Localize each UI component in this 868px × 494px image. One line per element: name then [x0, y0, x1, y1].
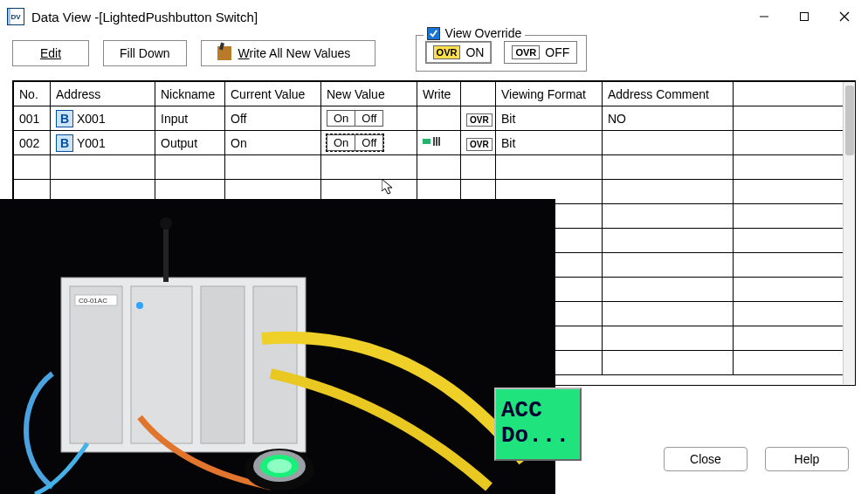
maximize-button[interactable] — [784, 3, 824, 31]
cell-no: 001 — [14, 106, 51, 131]
svg-text:C0-01AC: C0-01AC — [79, 297, 107, 305]
table-row[interactable]: 001BX001InputOffOnOffOVRBitNO — [14, 106, 855, 131]
svg-rect-1 — [801, 13, 809, 21]
svg-point-16 — [136, 302, 143, 309]
cell-no: 002 — [14, 131, 51, 155]
fill-down-button[interactable]: Fill Down — [103, 40, 187, 66]
col-address[interactable]: Address — [51, 82, 155, 106]
svg-rect-8 — [201, 286, 245, 443]
ovr-tag-off: OVR — [512, 45, 540, 59]
svg-point-11 — [160, 217, 172, 230]
view-override-label: View Override — [445, 26, 522, 40]
cell-viewing-format[interactable]: Bit — [496, 106, 603, 131]
cell-new-value[interactable]: OnOff — [321, 131, 417, 155]
cell-comment[interactable]: NO — [603, 106, 734, 131]
new-value-on[interactable]: On — [327, 110, 355, 127]
cell-viewing-format[interactable]: Bit — [496, 131, 603, 155]
cell-address[interactable]: BY001 — [51, 131, 155, 155]
table-header-row: No. Address Nickname Current Value New V… — [14, 82, 855, 106]
cell-write[interactable] — [417, 131, 461, 155]
new-value-on[interactable]: On — [327, 134, 355, 151]
bit-icon: B — [56, 110, 73, 127]
cell-write[interactable] — [417, 106, 461, 131]
col-viewing-format[interactable]: Viewing Format — [496, 82, 603, 106]
cell-ovr[interactable]: OVR — [461, 131, 496, 155]
svg-rect-9 — [253, 286, 297, 443]
cell-nickname[interactable]: Output — [155, 131, 225, 155]
override-off-button[interactable]: OVR OFF — [504, 41, 577, 64]
col-current-value[interactable]: Current Value — [225, 82, 321, 106]
accdo-badge: ACC Do... — [494, 388, 582, 461]
scrollbar-thumb[interactable] — [845, 86, 854, 155]
toolbar: Edit Fill Down Write All New Values View… — [0, 33, 868, 77]
col-no[interactable]: No. — [14, 82, 51, 106]
app-icon: DV — [7, 8, 24, 25]
svg-point-15 — [267, 459, 292, 473]
col-write[interactable]: Write — [417, 82, 461, 106]
write-all-label: rite All New Values — [250, 46, 351, 60]
cell-ovr[interactable]: OVR — [461, 106, 496, 131]
close-button[interactable]: Close — [664, 447, 747, 471]
bit-icon: B — [56, 134, 73, 152]
edit-button[interactable]: Edit — [12, 40, 89, 66]
cell-current-value: On — [225, 131, 321, 155]
ovr-tag-on: OVR — [433, 45, 461, 59]
override-on-button[interactable]: OVR ON — [425, 41, 493, 64]
col-nickname[interactable]: Nickname — [155, 82, 225, 106]
cell-address[interactable]: BX001 — [51, 106, 155, 131]
table-row[interactable] — [14, 155, 855, 180]
close-window-button[interactable] — [824, 3, 865, 31]
help-button[interactable]: Help — [765, 447, 849, 471]
new-value-off[interactable]: Off — [355, 134, 383, 151]
hardware-photo: C0-01AC — [0, 199, 555, 494]
write-icon[interactable] — [423, 135, 440, 148]
svg-rect-6 — [70, 286, 122, 443]
cell-comment[interactable] — [603, 131, 734, 155]
window-title: Data View -[LightedPushbutton Switch] — [31, 10, 258, 24]
cell-nickname[interactable]: Input — [155, 106, 225, 131]
write-all-button[interactable]: Write All New Values — [201, 40, 375, 66]
minimize-button[interactable] — [744, 3, 784, 31]
col-blank — [734, 82, 855, 106]
table-row[interactable]: 002BY001OutputOnOnOffOVRBit — [14, 131, 855, 155]
cell-current-value: Off — [225, 106, 321, 131]
col-ovr[interactable] — [461, 82, 496, 106]
col-new-value[interactable]: New Value — [321, 82, 417, 106]
view-override-group: View Override OVR ON OVR OFF — [416, 35, 588, 72]
col-address-comment[interactable]: Address Comment — [603, 82, 734, 106]
write-all-icon — [217, 46, 231, 60]
scrollbar-vertical[interactable] — [843, 82, 855, 384]
cell-new-value[interactable]: OnOff — [321, 106, 417, 131]
view-override-checkbox[interactable] — [427, 27, 440, 40]
new-value-off[interactable]: Off — [355, 110, 383, 127]
